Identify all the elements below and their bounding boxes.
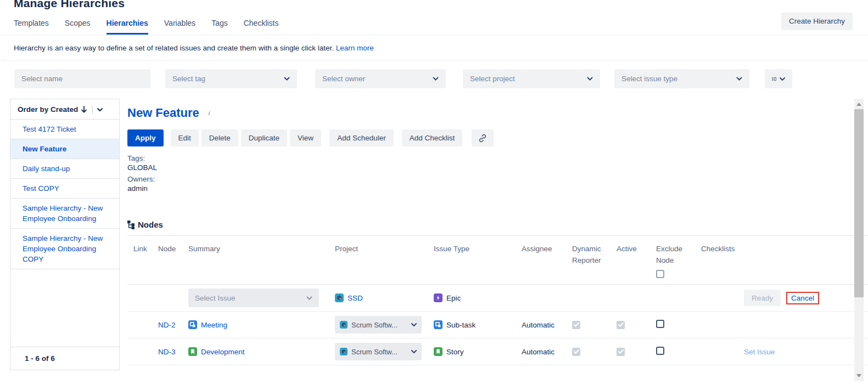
sort-direction-down-icon[interactable] (81, 106, 87, 113)
tab-hierarchies[interactable]: Hierarchies (107, 11, 148, 35)
chevron-down-icon (780, 77, 785, 81)
hierarchy-item[interactable]: Daily stand-up (10, 159, 119, 179)
order-by-header[interactable]: Order by Created (10, 99, 119, 120)
tab-scopes[interactable]: Scopes (65, 11, 91, 35)
new-node-row: Select Issue SSD Epic Rea (127, 285, 868, 312)
exclude-node-cell (656, 320, 701, 330)
node-row: ND-2 Meeting Scrum Softw... Sub-task (127, 312, 868, 338)
column-header-project: Project (335, 243, 434, 278)
column-header-actions (744, 243, 868, 278)
active-checkbox-checked (617, 348, 625, 356)
chevron-down-icon (306, 296, 312, 300)
chevron-down-icon (736, 77, 742, 81)
project-cell: Scrum Softw... (335, 343, 434, 360)
edit-button[interactable]: Edit (171, 129, 199, 146)
node-key-link[interactable]: ND-2 (158, 321, 176, 329)
learn-more-link[interactable]: Learn more (336, 44, 374, 52)
project-select[interactable]: Scrum Softw... (335, 316, 422, 334)
ready-button[interactable]: Ready (744, 290, 781, 306)
hierarchy-item[interactable]: Sample Hierarchy - New Employee Onboardi… (10, 199, 119, 229)
scroll-up-arrow-icon[interactable] (854, 100, 864, 109)
issue-type-label: Sub-task (446, 321, 475, 329)
add-scheduler-button[interactable]: Add Scheduler (329, 129, 394, 146)
column-header-summary: Summary (188, 243, 335, 278)
tab-tags[interactable]: Tags (211, 11, 228, 35)
tab-bar: Templates Scopes Hierarchies Variables T… (0, 10, 868, 35)
summary-link[interactable]: Meeting (201, 321, 227, 329)
hierarchy-item-selected[interactable]: New Feature (10, 139, 119, 159)
tab-variables[interactable]: Variables (164, 11, 195, 35)
column-header-dynamic-reporter: Dynamic Reporter (572, 243, 617, 278)
tab-checklists[interactable]: Checklists (244, 11, 279, 35)
issue-type-label: Epic (446, 294, 461, 302)
scroll-down-arrow-icon[interactable] (854, 371, 864, 380)
exclude-node-checkbox[interactable] (656, 347, 664, 355)
hierarchy-detail-panel: New Feature i Apply Edit Delete Duplicat… (127, 99, 868, 381)
column-header-assignee: Assignee (522, 243, 572, 278)
link-icon (478, 134, 487, 143)
hierarchy-item[interactable]: Test 4172 Ticket (10, 120, 119, 139)
name-filter-input[interactable] (14, 69, 150, 88)
column-header-issue-type: Issue Type (434, 243, 522, 278)
duplicate-button[interactable]: Duplicate (241, 129, 287, 146)
owners-label: Owners: (127, 175, 868, 183)
issue-type-cell: Epic (434, 293, 522, 302)
subtask-issue-icon (188, 320, 197, 329)
dynamic-reporter-checkbox-checked (572, 348, 580, 356)
hierarchy-tree-icon (127, 221, 135, 229)
owner-filter-select[interactable]: Select owner (315, 69, 446, 88)
summary-link[interactable]: Development (201, 348, 245, 356)
project-select[interactable]: Scrum Softw... (335, 343, 422, 360)
owners-value: admin (127, 184, 868, 193)
active-checkbox-checked (617, 321, 625, 329)
project-avatar-icon (335, 293, 344, 302)
add-checklist-button[interactable]: Add Checklist (402, 129, 463, 146)
columns-view-icon (772, 75, 776, 83)
issue-type-cell: Story (434, 347, 522, 356)
exclude-node-checkbox[interactable] (656, 320, 664, 328)
info-icon[interactable]: i (205, 109, 214, 117)
select-issue-dropdown[interactable]: Select Issue (188, 289, 319, 307)
story-issue-icon (188, 347, 197, 356)
action-button-row: Apply Edit Delete Duplicate View Add Sch… (127, 129, 868, 146)
active-cell (617, 347, 656, 356)
summary-cell: Select Issue (188, 289, 335, 307)
summary-cell: Meeting (188, 320, 335, 329)
cancel-link[interactable]: Cancel (786, 292, 819, 304)
tag-filter-select[interactable]: Select tag (165, 69, 297, 88)
node-key-link[interactable]: ND-3 (158, 348, 176, 356)
column-header-exclude-node: Exclude Node (656, 243, 701, 278)
node-cell: ND-2 (158, 321, 188, 329)
delete-button[interactable]: Delete (201, 129, 238, 146)
nodes-section-title: Nodes (138, 220, 163, 229)
vertical-scrollbar[interactable] (854, 99, 864, 381)
issue-type-label: Story (446, 348, 464, 356)
copy-link-button[interactable] (472, 129, 494, 146)
project-filter-select[interactable]: Select project (463, 69, 600, 88)
manage-hierarchies-page: Manage Hierarchies Templates Scopes Hier… (0, 0, 868, 381)
project-link[interactable]: SSD (348, 294, 363, 302)
owner-filter-placeholder: Select owner (322, 75, 365, 83)
set-issue-link[interactable]: Set Issue (744, 348, 775, 356)
view-options-button[interactable] (765, 69, 792, 88)
exclude-all-checkbox[interactable] (656, 270, 664, 278)
tab-templates[interactable]: Templates (14, 11, 49, 35)
description-text: Hierarchy is an easy way to define a set… (14, 44, 334, 52)
page-title: Manage Hierarchies (14, 0, 868, 10)
issue-type-filter-select[interactable]: Select issue type (614, 69, 749, 88)
order-by-label: Order by Created (18, 105, 78, 114)
view-button[interactable]: View (290, 129, 321, 146)
order-dropdown-chevron-icon[interactable] (97, 108, 103, 111)
scrollbar-thumb[interactable] (854, 109, 864, 297)
exclude-node-cell (656, 347, 701, 357)
hierarchy-item[interactable]: Sample Hierarchy - New Employee Onboardi… (10, 229, 119, 269)
issue-type-filter-placeholder: Select issue type (621, 75, 677, 83)
chevron-down-icon (411, 350, 417, 353)
hierarchy-item[interactable]: Test COPY (10, 179, 119, 199)
row-actions-cell: Ready Cancel (744, 290, 868, 306)
apply-button[interactable]: Apply (127, 129, 164, 146)
chevron-down-icon (411, 323, 417, 326)
create-hierarchy-button[interactable]: Create Hierarchy (781, 13, 853, 30)
project-cell: SSD (335, 293, 434, 302)
assignee-cell: Automatic (522, 348, 572, 356)
